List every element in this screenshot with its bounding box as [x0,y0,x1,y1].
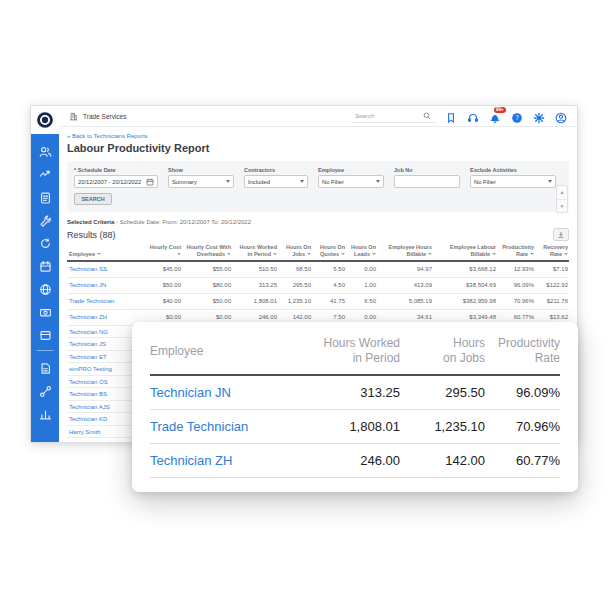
table-cell: 1,808.01 [233,298,279,304]
bookmark-icon [445,110,457,122]
table-row: Trade Technician$40.00$50.001,808.011,23… [67,294,569,310]
results-table-header: EmployeeHourly CostHourly Cost With Over… [67,244,569,262]
notifications-button[interactable]: 99+ [488,110,501,123]
column-header[interactable]: Hourly Cost [143,244,183,258]
column-header[interactable]: Recovery Rate [536,244,570,258]
schedule-date-input[interactable]: 20/12/2007 - 20/12/2022 [74,175,158,188]
sidebar-item-catalog[interactable] [38,327,52,341]
sidebar-item-connect[interactable] [38,383,52,397]
column-header[interactable]: Productivity Rate [498,244,536,258]
sort-caret [530,253,534,255]
sidebar-item-jobs[interactable] [38,212,52,226]
table-cell: 510.50 [233,266,279,272]
topbar-actions: 99+? [353,109,567,123]
overlay-table-cell: 313.25 [295,385,400,400]
sidebar-item-schedule[interactable] [38,258,52,272]
topbar: Trade Services 99+? [59,106,577,127]
criteria-text: - Schedule Date: From: 20/12/2007 To: 20… [114,219,251,225]
filter-label: Show [168,167,234,173]
employee-link[interactable]: Technician SS [67,266,143,272]
filter-job-no: Job No [394,167,460,188]
table-cell: $382,959.98 [434,298,498,304]
filter-employee: Employee No Filter [318,167,384,188]
employee-select[interactable]: No Filter [318,175,384,188]
scroll-down-button[interactable]: ▼ [557,199,567,213]
overlay-employee-link[interactable]: Technician JN [150,385,295,400]
employee-link[interactable]: Technician ZH [67,314,143,320]
settings-icon [533,110,545,122]
table-cell: $50.00 [183,298,233,304]
exclude-activities-select[interactable]: No Filter [470,175,556,188]
table-cell: 34.61 [378,314,434,320]
account-icon [555,110,567,122]
overlay-table-body: Technician JN313.25295.5096.09%Trade Tec… [150,376,560,478]
table-cell: $0.00 [143,314,183,320]
scroll-up-button[interactable]: ▲ [557,186,567,199]
table-cell: $3,349.48 [434,314,498,320]
table-cell: $211.76 [536,298,570,304]
employee-link[interactable]: Trade Technician [67,298,143,304]
table-cell: 413.09 [378,282,434,288]
table-cell: $122.92 [536,282,570,288]
sidebar-item-quotes[interactable] [38,189,52,203]
people-icon [39,144,52,157]
overlay-column-header: Hours Worked in Period [295,336,400,366]
sidebar-item-analytics[interactable] [38,406,52,420]
overlay-table-cell: 60.77% [485,453,560,468]
filter-schedule-date: * Schedule Date 20/12/2007 - 20/12/2022 [74,167,158,188]
search-input[interactable] [353,112,419,120]
calendar-icon[interactable] [146,178,154,186]
table-cell: 41.75 [313,298,347,304]
table-cell: 295.50 [279,282,313,288]
employee-link[interactable]: Technician JN [67,282,143,288]
help-button[interactable]: ? [510,110,523,123]
search-icon[interactable] [423,112,431,120]
show-select[interactable]: Summary [168,175,234,188]
jobs-icon [39,213,52,226]
sidebar-item-projects[interactable] [38,281,52,295]
column-header[interactable]: Employee Hours Billable [378,244,434,258]
table-cell: 0.00 [347,314,378,320]
column-header[interactable]: Hours On Jobs [279,244,313,258]
table-cell: 12.93% [498,266,536,272]
sidebar-nav [31,134,59,420]
column-header[interactable]: Hours On Leads [347,244,378,258]
column-header[interactable]: Hourly Cost With Overheads [183,244,233,258]
sidebar-item-recurring[interactable] [38,235,52,249]
simpro-logo-icon [34,109,56,131]
overlay-employee-link[interactable]: Technician ZH [150,453,295,468]
catalog-icon [39,328,52,341]
scroll-stepper: ▲ ▼ [556,185,568,213]
sidebar-item-people[interactable] [38,143,52,157]
bookmark-button[interactable] [444,110,457,123]
building-icon [69,112,78,121]
column-header[interactable]: Employee [67,251,143,258]
column-header[interactable]: Hours On Quotes [313,244,347,258]
search-button[interactable]: SEARCH [74,193,112,205]
sort-caret [227,253,231,255]
app-logo[interactable] [31,106,59,134]
sidebar-item-reports[interactable] [38,360,52,374]
table-row: Technician SS$45.00$55.00510.5068.505.50… [67,262,569,278]
contractors-select[interactable]: Included [244,175,308,188]
filter-label: Contractors [244,167,308,173]
table-cell: 5.50 [313,266,347,272]
column-header[interactable]: Hours Worked in Period [233,244,279,258]
criteria-label: Selected Criteria [67,219,114,225]
export-button[interactable] [553,228,569,241]
settings-button[interactable] [532,110,545,123]
sidebar-item-leads[interactable] [38,166,52,180]
back-link[interactable]: « Back to Technicians Reports [67,133,148,139]
sort-caret [273,253,277,255]
company-selector[interactable]: Trade Services [69,112,126,121]
notification-badge: 99+ [494,107,506,114]
table-cell: $38,504.69 [434,282,498,288]
job-no-input[interactable] [394,175,460,188]
account-button[interactable] [554,110,567,123]
overlay-employee-link[interactable]: Trade Technician [150,419,295,434]
column-header[interactable]: Employee Labour Billable [434,244,498,258]
sidebar-item-invoices[interactable] [38,304,52,318]
table-cell: $13.62 [536,314,570,320]
headset-button[interactable] [466,110,479,123]
filter-label: Job No [394,167,460,173]
